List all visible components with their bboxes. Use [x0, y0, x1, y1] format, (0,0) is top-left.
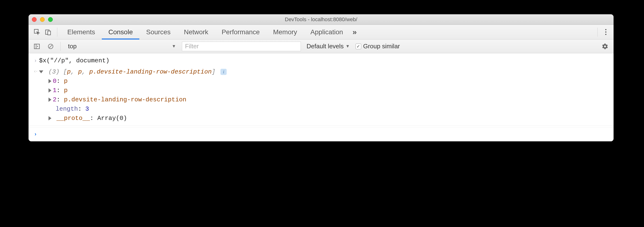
expand-triangle-icon[interactable] [48, 88, 51, 93]
chevron-down-icon: ▼ [346, 44, 350, 49]
input-code: $x("//p", document) [39, 56, 610, 65]
summary-item[interactable]: p [67, 68, 71, 75]
clear-console-icon[interactable] [45, 43, 56, 50]
device-toggle-icon[interactable] [45, 29, 51, 36]
proto-row[interactable]: __proto__: Array(0) [39, 114, 610, 123]
tab-bar: ElementsConsoleSourcesNetworkPerformance… [28, 25, 614, 40]
array-item-row[interactable]: 2: p.devsite-landing-row-description [48, 95, 610, 104]
item-value: p [64, 78, 68, 85]
console-input-row: $x("//p", document) [28, 55, 614, 66]
item-value: p [64, 87, 68, 94]
length-value: 3 [86, 105, 89, 113]
item-index: 2 [53, 96, 56, 103]
group-similar-checkbox[interactable]: ✓ Group similar [356, 43, 400, 50]
console-toolbar: top ▼ Default levels ▼ ✓ Group similar [28, 40, 614, 53]
input-gutter-icon [32, 56, 39, 65]
tab-application[interactable]: Application [304, 25, 350, 40]
summary-item[interactable]: p.devsite-landing-row-description [89, 68, 212, 75]
collapse-triangle-icon[interactable] [39, 70, 43, 73]
window-title: DevTools - localhost:8080/web/ [285, 17, 358, 23]
filter-input[interactable] [182, 42, 301, 51]
tab-performance[interactable]: Performance [215, 25, 266, 40]
tab-memory[interactable]: Memory [266, 25, 304, 40]
tab-elements[interactable]: Elements [61, 25, 102, 40]
maximize-window-button[interactable] [48, 17, 53, 22]
prompt-gutter-icon [32, 130, 39, 138]
more-tabs-icon[interactable]: » [350, 28, 360, 36]
checkbox-icon: ✓ [356, 44, 361, 49]
group-similar-label: Group similar [363, 43, 400, 50]
array-summary[interactable]: (3) [p, p, p.devsite-landing-row-descrip… [39, 67, 610, 77]
length-label: length [56, 105, 78, 113]
console-settings-icon[interactable] [599, 43, 611, 50]
array-count: (3) [48, 68, 60, 75]
array-item-row[interactable]: 0: p [48, 77, 610, 86]
item-index: 0 [53, 78, 56, 85]
output-gutter-icon [32, 67, 39, 75]
more-options-icon[interactable] [601, 29, 611, 35]
bracket: ] [212, 68, 216, 75]
devtools-window: DevTools - localhost:8080/web/ ElementsC… [28, 14, 614, 141]
inspect-element-icon[interactable] [34, 29, 40, 36]
console-prompt[interactable] [28, 127, 614, 139]
expand-triangle-icon[interactable] [48, 98, 51, 102]
context-label: top [68, 43, 76, 50]
traffic-lights [32, 17, 53, 22]
expand-triangle-icon[interactable] [48, 79, 51, 83]
chevron-down-icon: ▼ [172, 44, 176, 49]
console-output: $x("//p", document) (3) [p, p, p.devsite… [28, 53, 614, 141]
svg-rect-3 [34, 44, 40, 49]
item-value: p.devsite-landing-row-description [64, 96, 186, 103]
close-window-button[interactable] [32, 17, 36, 22]
minimize-window-button[interactable] [40, 17, 45, 22]
tab-network[interactable]: Network [177, 25, 215, 40]
svg-rect-2 [48, 31, 51, 35]
tab-console[interactable]: Console [102, 25, 140, 40]
tab-sources[interactable]: Sources [139, 25, 177, 40]
item-index: 1 [53, 87, 56, 94]
context-select[interactable]: top ▼ [65, 41, 179, 52]
proto-label: __proto__ [56, 115, 90, 122]
proto-value: Array(0) [97, 115, 127, 122]
length-row: length: 3 [39, 104, 610, 114]
tabs: ElementsConsoleSourcesNetworkPerformance… [61, 25, 350, 40]
bracket: [ [63, 68, 67, 75]
titlebar: DevTools - localhost:8080/web/ [28, 14, 614, 25]
expand-triangle-icon[interactable] [48, 116, 51, 120]
svg-line-6 [49, 45, 52, 48]
levels-label: Default levels [306, 43, 344, 50]
console-result-row: (3) [p, p, p.devsite-landing-row-descrip… [28, 66, 614, 126]
info-icon[interactable]: i [220, 69, 227, 75]
summary-item[interactable]: p [78, 68, 82, 75]
expanded-items: 0: p1: p2: p.devsite-landing-row-descrip… [39, 77, 610, 104]
log-levels-select[interactable]: Default levels ▼ [304, 43, 353, 50]
toggle-sidebar-icon[interactable] [32, 43, 42, 50]
array-item-row[interactable]: 1: p [48, 86, 610, 95]
summary-items: p, p, p.devsite-landing-row-description [67, 68, 212, 75]
